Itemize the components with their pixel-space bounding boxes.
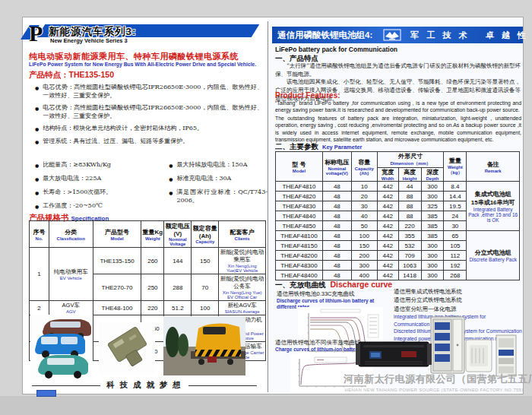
param-value: 355 <box>398 231 421 241</box>
param-value: 325 <box>421 201 444 211</box>
system-cn-1: 通信用集成式铁锂电池系统 <box>394 287 523 296</box>
spec-weight-text: 250 <box>142 284 163 291</box>
slogan-rule-left <box>32 385 100 386</box>
param-value: 48 <box>322 182 351 192</box>
spec-header-en: Weight <box>142 236 163 241</box>
param-value: 300 <box>421 271 444 280</box>
section2-en: Key Parameter <box>322 144 363 150</box>
spec-category-en: EV Vehicle <box>50 276 92 280</box>
section3-cn: 一、充放电曲线 <box>275 280 326 289</box>
spec-no: 1 <box>30 248 49 301</box>
battery-module-image <box>99 322 155 374</box>
param-value: 385 <box>421 231 444 241</box>
param-value: 442 <box>377 201 398 211</box>
vehicle-collage-image <box>30 315 93 380</box>
spec-weight-text: 260 <box>142 258 163 265</box>
chart1-caption-cn: 通信用铁锂电池0.33C充电曲线 <box>277 290 375 298</box>
param-value: 442 <box>377 182 398 192</box>
spec-client-en: Xin Neng(Ling Yue) EV Official Car <box>220 290 264 299</box>
spec-header-cn: 序号 <box>30 228 48 236</box>
spec-header-en: Clients <box>220 236 264 241</box>
product-features-line: 产品特点：THE135-150 <box>29 70 114 81</box>
param-value: 48 <box>322 221 351 231</box>
param-value: 300 <box>421 182 444 192</box>
param-header-en: Capacity (Ah) <box>353 166 376 176</box>
param-header-cn: 重量 <box>445 157 465 165</box>
slogan-text: 科 技 成 就 梦 想 <box>106 380 182 391</box>
slogan-row: 科 技 成 就 梦 想 <box>32 380 257 391</box>
spec-no: 2 <box>30 301 49 315</box>
param-header-cn: 宽度 <box>378 168 397 176</box>
company-name-en: HENAN NEW TAIHANG POWER SOURCE (STATE-OW… <box>344 388 524 392</box>
param-value: 300 <box>351 261 377 271</box>
spec-model: THE135-150 <box>93 248 141 274</box>
param-value: 10 <box>351 182 377 192</box>
column-divider <box>268 21 268 392</box>
param-value: 300 <box>421 251 444 261</box>
spec-header-cell: 产品型号Model <box>93 221 141 248</box>
param-header-en: Weight（kg） <box>445 165 465 176</box>
spec-capacity-text: 70 <box>192 284 217 291</box>
remark1-en: Integrated Battery Pack ,either 15 and 1… <box>467 207 518 223</box>
spec-model-text: THE270-70 <box>94 284 141 291</box>
param-header-cell: 宽度Width <box>377 168 398 182</box>
param-value: 400 <box>351 271 377 280</box>
system-cn-2: 通信用分立式铁锂电池系统 <box>394 296 523 304</box>
spec-model-text: THE135-150 <box>94 258 141 265</box>
param-header-cn: 深度 <box>423 168 443 176</box>
spec-client: 新松AGV车SIASUN Average <box>219 301 266 315</box>
param-header-en: Remark <box>467 169 518 173</box>
param-header-cn: 标称电压 <box>324 158 350 166</box>
param-value: 48 <box>322 201 351 211</box>
spec-header-cn: 重量Kg <box>142 228 163 236</box>
param-value: 88 <box>398 201 421 211</box>
pair-left-3: 长寿命：>1500次循环。 <box>35 188 166 197</box>
spec-capacity-text: 100 <box>192 305 217 312</box>
param-header-cell: 型 号Model <box>276 152 323 182</box>
param-value: 220 <box>398 221 421 231</box>
spec-category: AGV车AGV <box>49 301 93 315</box>
spec-header-cell: 配套客户Clients <box>219 221 266 248</box>
param-row-6: THEAF481004810044235538565分立式电池组Discrete… <box>276 231 520 241</box>
spec-voltage-text: 288 <box>165 284 190 291</box>
param-header-cell: 深度Depth <box>421 168 444 182</box>
param-value: 442 <box>377 192 398 201</box>
param-model: THEAF48400 <box>276 271 323 280</box>
key-parameter-table: 型 号Model标称电压Nominal voltage(V)容量Capacity… <box>275 151 520 280</box>
spec-category-cn: 纯电动乘用车 <box>50 268 92 276</box>
spec-client-en: Xin Neng(Ling Yue)EV Vehicle <box>220 264 264 273</box>
spec-model-text: THE48-100 <box>94 305 141 312</box>
param-model: THEAF4820 <box>276 192 323 201</box>
feature-bullet-1: 电芯优势：高性能圆柱型磷酸铁锂电芯IFR26650E-3000，内阻低、散热性好… <box>35 84 263 100</box>
product-features-body: “Taihang” brand LiFePo battery ,for comm… <box>275 100 521 144</box>
param-value: 385 <box>421 211 444 221</box>
param-value: 30 <box>444 221 467 231</box>
param-header-cn: 外形尺寸 <box>378 152 443 160</box>
param-header-cn: 型 号 <box>277 160 321 169</box>
battery-cabinet-image <box>430 316 465 374</box>
right-header-tagline: 军 工 技 术 卓 越 性 能 <box>410 30 532 41</box>
spec-capacity: 70 <box>192 274 219 301</box>
corner-watermark-badge <box>36 390 56 397</box>
headline-en: LiFePo Power System for New Energy Bus W… <box>29 62 256 67</box>
spec-category-en: AGV <box>50 309 92 314</box>
scanned-catalog-page: P 新能源汽车系列3: New Energy Vehicle Series 3 … <box>0 0 532 415</box>
feature-bullet-3: 结构特点：模块化单元结构设计，全密封箱体结构，IP65。 <box>35 125 263 133</box>
pair-column-right: 最大持续放电电流：150A标准充电电流：30A满足国家行业标准：QC/T743-… <box>169 161 268 216</box>
param-value: 88 <box>398 192 421 201</box>
param-value: 300 <box>421 241 444 251</box>
param-value: 442 <box>377 211 398 221</box>
spec-header-en: Classfication <box>50 236 92 241</box>
spec-client: 新能(爱悦)纯电动乘用车Xin Neng(Ling Yue)EV Vehicle <box>219 248 266 274</box>
spec-header-cell: 额定电压(V)Nominal Voltage <box>164 221 192 248</box>
spec-weight: 250 <box>141 274 164 301</box>
spec-model: THE48-100 <box>93 301 141 315</box>
spec-header-cn: 产品型号 <box>94 228 141 236</box>
wall-mount-box-image <box>465 339 492 372</box>
headline-cn: 纯电动驱动新能源乘用车、特种车用磷酸铁锂电源系统 <box>29 51 239 62</box>
system-cn-3: 通信室分站用一体化电源 <box>394 305 523 313</box>
param-value: 532 <box>398 241 421 251</box>
spec-weight: 260 <box>141 248 164 274</box>
spec-voltage: 51.2 <box>164 301 192 315</box>
param-model: THEAF4830 <box>276 201 323 211</box>
